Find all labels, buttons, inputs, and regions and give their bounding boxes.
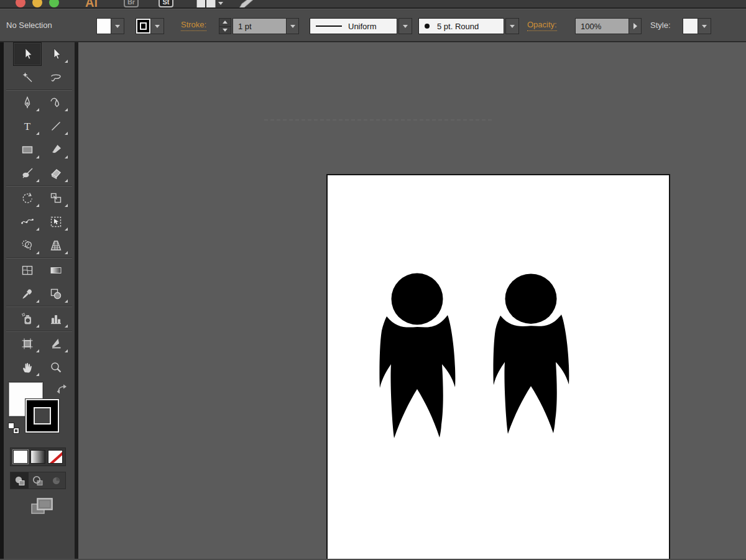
brush-caret-icon[interactable]: [505, 18, 519, 34]
magic-wand-tool[interactable]: [13, 66, 42, 90]
default-fill-stroke-icon[interactable]: [8, 423, 19, 434]
stroke-weight-combo[interactable]: 1 pt: [233, 18, 299, 34]
brush-value: 5 pt. Round: [437, 22, 479, 31]
artboard[interactable]: [326, 174, 670, 559]
artboard-artwork: [328, 175, 669, 559]
control-bar: No Selection Stroke: 1 pt Uniform: [0, 9, 746, 42]
zoom-tool[interactable]: [42, 356, 70, 379]
stroke-weight-caret-icon[interactable]: [286, 19, 298, 34]
rotate-tool[interactable]: [13, 186, 42, 210]
stroke-weight-value[interactable]: 1 pt: [233, 19, 286, 34]
setup-pen-icon[interactable]: [237, 0, 256, 9]
fill-color-dropdown[interactable]: [96, 18, 124, 34]
curvature-tool[interactable]: [42, 91, 70, 114]
gradient-tool[interactable]: [42, 259, 70, 282]
pen-tool[interactable]: [13, 91, 42, 114]
none-button[interactable]: [48, 450, 63, 464]
fill-stroke-proxy: [4, 382, 75, 443]
person-silhouette-left[interactable]: [379, 273, 455, 439]
stroke-color-dropdown[interactable]: [136, 18, 164, 34]
draw-inside-button[interactable]: [47, 472, 65, 489]
width-profile-caret-icon[interactable]: [398, 18, 412, 34]
bridge-button[interactable]: Br: [124, 0, 139, 7]
draw-behind-button[interactable]: [29, 472, 47, 489]
stroke-caret-icon[interactable]: [151, 19, 163, 34]
opacity-panel-link[interactable]: Opacity:: [527, 20, 557, 31]
minimize-window-button[interactable]: [32, 0, 42, 7]
illustrator-window: Ai Br St No Selection Stroke: 1 pt: [0, 0, 746, 560]
perspective-grid-tool[interactable]: [42, 234, 70, 257]
stock-button[interactable]: St: [159, 0, 173, 7]
shaper-pencil-tool[interactable]: [13, 162, 42, 185]
swap-fill-stroke-icon[interactable]: [56, 383, 70, 395]
hand-tool[interactable]: [13, 356, 42, 379]
fullscreen-window-button[interactable]: [49, 0, 59, 7]
tools-panel: T: [0, 42, 78, 559]
stepper-up-icon[interactable]: [219, 19, 231, 27]
application-bar: Ai Br St: [0, 0, 746, 9]
svg-text:T: T: [24, 121, 31, 132]
column-graph-tool[interactable]: [42, 307, 70, 331]
change-screen-mode-button[interactable]: [30, 497, 55, 516]
style-dropdown[interactable]: [683, 18, 711, 34]
opacity-arrow-icon[interactable]: [629, 19, 641, 34]
type-tool[interactable]: T: [13, 114, 42, 138]
width-profile-value: Uniform: [348, 22, 377, 31]
shape-builder-tool[interactable]: [13, 234, 42, 257]
arrange-documents-caret-icon[interactable]: [218, 2, 223, 5]
blend-tool[interactable]: [42, 282, 70, 306]
width-tool[interactable]: [13, 210, 42, 234]
dashed-guide-line: [264, 119, 492, 121]
selection-status: No Selection: [6, 9, 52, 42]
color-button[interactable]: [13, 450, 28, 464]
fill-caret-icon[interactable]: [111, 19, 124, 34]
scale-tool[interactable]: [42, 186, 70, 210]
stepper-down-icon[interactable]: [219, 27, 231, 34]
line-segment-tool[interactable]: [42, 114, 70, 138]
person-silhouette-right[interactable]: [493, 273, 569, 434]
fill-swatch[interactable]: [97, 19, 111, 34]
stroke-weight-stepper[interactable]: [219, 18, 231, 34]
selection-tool[interactable]: [13, 42, 42, 66]
width-profile-field[interactable]: Uniform: [310, 18, 397, 34]
brush-field[interactable]: 5 pt. Round: [418, 18, 504, 34]
variable-width-profile-dropdown[interactable]: Uniform: [310, 18, 412, 34]
uniform-line-glyph: [316, 25, 342, 27]
direct-selection-tool[interactable]: [42, 42, 70, 66]
round-brush-glyph: [425, 24, 430, 29]
lasso-tool[interactable]: [42, 66, 70, 90]
mesh-tool[interactable]: [13, 259, 42, 282]
gradient-button[interactable]: [30, 450, 45, 464]
style-swatch[interactable]: [683, 19, 698, 34]
drawing-modes: [10, 472, 66, 489]
document-canvas[interactable]: [78, 42, 746, 559]
rectangle-tool[interactable]: [13, 138, 42, 162]
style-caret-icon[interactable]: [698, 19, 711, 34]
artboard-tool[interactable]: [13, 332, 42, 356]
eraser-tool[interactable]: [42, 162, 70, 185]
symbol-sprayer-tool[interactable]: [13, 307, 42, 331]
stroke-proxy-swatch[interactable]: [25, 399, 59, 433]
stroke-panel-link[interactable]: Stroke:: [181, 20, 206, 31]
stroke-swatch[interactable]: [136, 19, 150, 34]
opacity-combo[interactable]: 100%: [575, 18, 642, 34]
eyedropper-tool[interactable]: [13, 282, 42, 306]
close-window-button[interactable]: [16, 0, 25, 7]
brush-definition-dropdown[interactable]: 5 pt. Round: [418, 18, 519, 34]
free-transform-tool[interactable]: [42, 210, 70, 234]
style-label: Style:: [650, 9, 671, 42]
slice-tool[interactable]: [42, 332, 70, 356]
opacity-value[interactable]: 100%: [576, 19, 629, 34]
workspace: T: [0, 42, 746, 559]
arrange-documents-icon[interactable]: [196, 0, 217, 9]
draw-normal-button[interactable]: [11, 472, 29, 489]
illustrator-logo: Ai: [85, 0, 98, 9]
paintbrush-tool[interactable]: [42, 138, 70, 162]
color-mode-row: [10, 448, 66, 466]
